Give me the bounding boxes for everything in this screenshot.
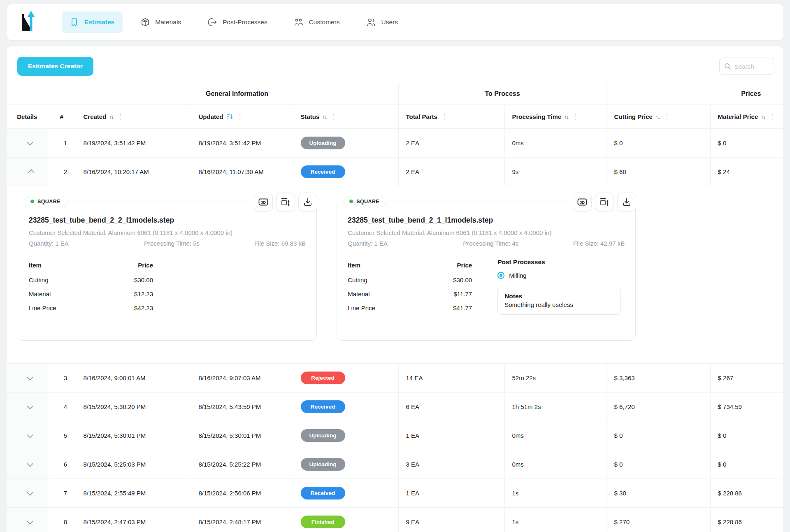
notes-box: Notes Something really useless — [497, 287, 621, 315]
expanded-detail-row: SQUARE 3D — [7, 186, 783, 363]
sort-arrows-icon[interactable]: ↑↓ — [322, 114, 326, 120]
processing-time-cell: 52m 22s — [504, 363, 606, 392]
nav-tab-estimates[interactable]: Estimates — [62, 12, 123, 33]
updated-cell: 8/15/2024, 2:56:06 PM — [191, 479, 293, 507]
radio-selected-icon — [497, 272, 504, 279]
created-cell: 8/19/2024, 3:51:42 PM — [76, 128, 191, 157]
column-menu-icon[interactable]: ⋮ — [441, 113, 448, 121]
expand-row-button[interactable] — [7, 363, 48, 392]
chevron-down-icon — [27, 432, 34, 438]
logo-n-arrow-icon — [19, 10, 38, 33]
row-num: 8 — [48, 507, 76, 532]
cutting-price-cell: $ 0 — [606, 450, 710, 479]
cutting-price-cell: $ 3,363 — [606, 363, 710, 392]
dimensions-button[interactable] — [276, 193, 295, 211]
expand-row-button[interactable] — [7, 128, 48, 157]
column-menu-icon[interactable]: ⋮ — [237, 113, 244, 121]
chevron-down-icon — [27, 374, 34, 381]
search-icon — [724, 63, 731, 70]
view-3d-button[interactable]: 3D — [254, 193, 273, 211]
sort-arrows-icon[interactable]: ↑↓ — [564, 114, 568, 120]
3d-view-icon: 3D — [577, 198, 587, 206]
notes-title: Notes — [504, 293, 614, 300]
price-value: $30.00 — [134, 276, 153, 283]
col-label: Processing Time — [512, 113, 562, 120]
updated-cell: 8/16/2024, 9:07:03 AM — [191, 363, 293, 392]
nav-tab-label: Customers — [309, 19, 340, 26]
column-menu-icon[interactable]: ⋮ — [330, 113, 337, 121]
col-header-total-parts[interactable]: Total Parts⋮ — [398, 105, 504, 128]
nav-tab-users[interactable]: Users — [358, 12, 406, 33]
created-cell: 8/15/2024, 5:25:03 PM — [76, 450, 191, 479]
column-menu-icon[interactable]: ⋮ — [769, 113, 776, 121]
total-parts-cell: 1 EA — [398, 421, 504, 450]
price-table-item-header: Item — [348, 262, 360, 269]
row-num: 3 — [48, 363, 76, 392]
col-header-processing-time[interactable]: Processing Time↑↓⋮ — [504, 105, 606, 128]
total-parts-cell: 9 EA — [398, 507, 504, 532]
col-label: Updated — [199, 113, 223, 120]
col-header-created[interactable]: Created↑↓⋮ — [76, 105, 191, 128]
search-input[interactable] — [734, 63, 767, 70]
estimates-creator-button[interactable]: Estimates Creator — [17, 57, 93, 76]
col-header-details: Details — [7, 105, 48, 128]
price-item: Cutting — [29, 276, 49, 283]
status-cell: Uploading — [293, 450, 398, 479]
row-num: 6 — [48, 450, 76, 479]
table-row: 3 8/16/2024, 9:00:01 AM 8/16/2024, 9:07:… — [7, 363, 783, 392]
column-menu-icon[interactable]: ⋮ — [663, 113, 670, 121]
table-row: 4 8/15/2024, 5:30:20 PM 8/15/2024, 5:43:… — [7, 392, 783, 421]
green-dot-icon — [349, 200, 353, 203]
col-label: Created — [84, 113, 107, 120]
expand-row-button[interactable] — [7, 392, 48, 421]
price-item: Cutting — [348, 276, 367, 283]
updated-cell: 8/19/2024, 3:51:42 PM — [191, 128, 293, 157]
nav-tab-customers[interactable]: Customers — [286, 12, 348, 33]
col-header-status[interactable]: Status↑↓⋮ — [293, 105, 398, 128]
part-card-actions: 3D — [573, 193, 636, 211]
column-menu-icon[interactable]: ⋮ — [572, 113, 579, 121]
processing-time-cell: 0ms — [504, 450, 606, 479]
chevron-down-icon — [27, 489, 34, 496]
chevron-up-icon — [28, 169, 35, 176]
price-table-price-header: Price — [138, 262, 153, 269]
status-badge: Rejected — [301, 372, 345, 384]
nav-tab-materials[interactable]: Materials — [132, 12, 189, 33]
column-menu-icon[interactable]: ⋮ — [117, 113, 124, 121]
post-process-item[interactable]: Milling — [497, 272, 622, 279]
row-num: 4 — [48, 392, 76, 421]
col-header-updated[interactable]: Updated⋮ — [191, 105, 293, 128]
sort-arrows-icon[interactable]: ↑↓ — [109, 114, 113, 120]
download-button[interactable] — [617, 193, 636, 211]
nav-tab-post-processes[interactable]: Post-Processes — [199, 12, 276, 33]
search-box[interactable] — [719, 58, 774, 75]
sort-descending-active-icon[interactable] — [226, 114, 233, 120]
material-price-cell: $ 734.59 — [710, 392, 783, 421]
download-icon — [303, 197, 312, 207]
expand-row-button[interactable] — [7, 479, 48, 507]
status-badge: Received — [301, 400, 345, 413]
shape-badge-label: SQUARE — [356, 199, 379, 204]
download-button[interactable] — [298, 193, 317, 211]
dimensions-icon — [281, 197, 290, 207]
dimensions-button[interactable] — [595, 193, 614, 211]
price-table: Item Price Cutting $30.00 Material $12.2… — [29, 258, 153, 315]
col-header-material-price[interactable]: Material Price↑↓⋮ — [710, 105, 783, 128]
collapse-row-button[interactable] — [7, 157, 48, 186]
shape-badge: SQUARE — [25, 196, 67, 207]
processing-time-cell: 0ms — [504, 128, 606, 157]
cutting-price-cell: $ 0 — [606, 421, 710, 450]
created-cell: 8/15/2024, 2:55:49 PM — [76, 479, 191, 507]
col-header-cutting-price[interactable]: Cutting Price↑↓⋮ — [606, 105, 710, 128]
view-3d-button[interactable]: 3D — [573, 193, 592, 211]
expand-row-button[interactable] — [7, 421, 48, 450]
cutting-price-cell: $ 270 — [606, 507, 710, 532]
sort-arrows-icon[interactable]: ↑↓ — [655, 114, 660, 120]
part-quantity: Quantity: 1 EA — [348, 240, 463, 247]
expand-row-button[interactable] — [7, 507, 48, 532]
expand-row-button[interactable] — [7, 450, 48, 479]
status-cell: Finished — [293, 507, 398, 532]
group-header-spacer — [48, 83, 76, 105]
sort-arrows-icon[interactable]: ↑↓ — [761, 114, 765, 120]
users-icon — [366, 18, 376, 27]
